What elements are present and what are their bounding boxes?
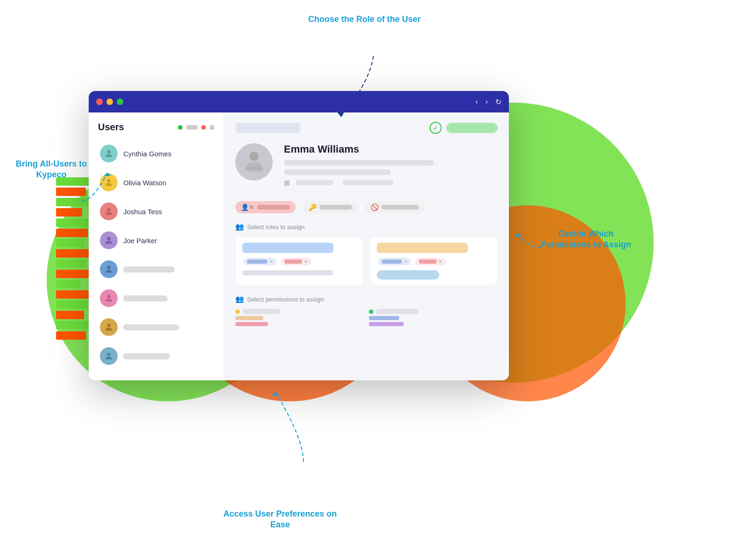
perm-bar-6: [369, 322, 404, 326]
action-label-bar-key: [319, 205, 352, 210]
remove-user-icon: 👤✕: [241, 203, 254, 211]
svg-point-8: [249, 152, 259, 161]
profile-info: Emma Williams ▦: [284, 143, 498, 190]
avatar-olivia: [100, 174, 118, 191]
user-name-placeholder-8: [123, 353, 170, 359]
svg-point-1: [107, 179, 110, 182]
block-icon: 🚫: [371, 203, 379, 211]
svg-point-2: [107, 208, 110, 211]
back-icon[interactable]: ‹: [475, 98, 478, 106]
close-button[interactable]: [96, 98, 103, 105]
permissions-label-text: Select permissions to assign: [247, 296, 324, 303]
sidebar: Users Cynthia Gomes: [89, 112, 224, 380]
user-name-cynthia: Cynthia Gomes: [123, 150, 171, 158]
perm-bar-4: [376, 309, 418, 314]
action-pill-key[interactable]: 🔑: [303, 201, 358, 213]
roles-section-label: 👥 Select roles to assign: [235, 223, 498, 231]
avatar-joshua: [100, 203, 118, 220]
panel-topbar: ✓: [235, 122, 498, 134]
annotation-choose-role: Choose the Role of the User: [308, 14, 421, 25]
role-tag-1a[interactable]: ✕: [243, 258, 277, 266]
perm-row-1: [235, 309, 364, 314]
profile-name: Emma Williams: [284, 143, 498, 155]
permissions-col-left: [235, 309, 364, 328]
user-item-joe[interactable]: Joe Parker: [94, 227, 218, 254]
role-tag-2b[interactable]: ✕: [415, 258, 446, 266]
panel-status-bar: ✓: [430, 122, 498, 134]
svg-point-5: [107, 295, 110, 298]
perm-bar-1: [243, 309, 280, 314]
perm-dot-4: [369, 309, 374, 314]
user-item-joshua[interactable]: Joshua Tess: [94, 198, 218, 225]
roles-grid: ✕ ✕ ✕ ✕: [235, 237, 498, 286]
svg-point-0: [107, 150, 110, 154]
annotation-decide-permissions: Decide Which Permissions to Assign: [535, 229, 637, 251]
user-item-7[interactable]: [94, 314, 218, 341]
role-card-bottom-bar-1: [242, 270, 333, 275]
roles-icon: 👥: [235, 223, 244, 231]
action-pills-row: 👤✕ 🔑 🚫: [235, 201, 498, 213]
action-pill-block[interactable]: 🚫: [365, 201, 424, 213]
role-card-2: ✕ ✕: [370, 237, 498, 286]
permissions-section-label: 👥 Select permissions to assign: [235, 295, 498, 303]
role-tag-close-2a[interactable]: ✕: [404, 259, 408, 264]
permissions-grid: [235, 309, 498, 328]
role-bottom-pill-2: [377, 270, 439, 280]
profile-avatar: [235, 143, 273, 181]
user-item-cynthia[interactable]: Cynthia Gomes: [94, 140, 218, 167]
svg-point-6: [107, 324, 110, 327]
svg-point-3: [107, 237, 110, 240]
status-pill: [446, 123, 498, 133]
user-item-6[interactable]: [94, 285, 218, 312]
action-label-bar-block: [381, 205, 419, 210]
perm-dot-1: [235, 309, 240, 314]
app-body: Users Cynthia Gomes: [89, 112, 509, 380]
user-name-olivia: Olivia Watson: [123, 179, 166, 187]
sidebar-header: Users: [89, 122, 224, 140]
permissions-icon: 👥: [235, 295, 244, 303]
titlebar: ‹ › ↻: [89, 91, 509, 112]
user-list: Cynthia Gomes Olivia Watson Joshua Tess: [89, 140, 224, 370]
role-tag-close-2b[interactable]: ✕: [438, 259, 442, 264]
app-window: ‹ › ↻ Users: [89, 91, 509, 380]
minimize-button[interactable]: [106, 98, 113, 105]
profile-section: Emma Williams ▦: [235, 143, 498, 190]
forward-icon[interactable]: ›: [486, 98, 488, 106]
role-tag-close-1b[interactable]: ✕: [304, 259, 308, 264]
perm-row-5: [369, 316, 498, 320]
user-name-placeholder-6: [123, 295, 168, 301]
role-card-top-2: [377, 243, 468, 253]
user-name-placeholder-7: [123, 324, 179, 330]
profile-meta-row: ▦: [284, 179, 498, 186]
role-tags-1: ✕ ✕: [242, 257, 356, 266]
stripes-decoration: [56, 177, 93, 373]
user-item-5[interactable]: [94, 256, 218, 283]
sidebar-header-icons: [178, 125, 214, 130]
role-tag-close-1a[interactable]: ✕: [269, 259, 273, 264]
svg-point-7: [107, 353, 110, 356]
status-check-icon: ✓: [430, 122, 442, 134]
annotation-bring-all-users: Bring All-Users to Kypeco: [5, 159, 98, 181]
annotation-access-user: Access User Preferences on Ease: [219, 509, 341, 531]
avatar-joe: [100, 231, 118, 249]
status-dot-green: [178, 125, 183, 130]
svg-point-4: [107, 266, 110, 269]
perm-bar-3: [235, 322, 268, 326]
key-icon: 🔑: [309, 203, 317, 211]
role-card-1: ✕ ✕: [235, 237, 363, 286]
titlebar-actions: ‹ › ↻: [475, 98, 501, 106]
user-item-8[interactable]: [94, 343, 218, 370]
maximize-button[interactable]: [117, 98, 123, 105]
profile-meta-bar-2: [342, 180, 394, 185]
role-tag-1b[interactable]: ✕: [281, 258, 311, 266]
refresh-icon[interactable]: ↻: [495, 98, 501, 106]
permissions-col-right: [369, 309, 498, 328]
avatar-8: [100, 347, 118, 365]
role-tag-2a[interactable]: ✕: [378, 258, 411, 266]
user-name-joe: Joe Parker: [123, 237, 157, 245]
perm-row-4: [369, 309, 498, 314]
user-name-joshua: Joshua Tess: [123, 208, 162, 216]
action-pill-remove[interactable]: 👤✕: [235, 201, 296, 213]
avatar-cynthia: [100, 145, 118, 162]
user-item-olivia[interactable]: Olivia Watson: [94, 169, 218, 196]
